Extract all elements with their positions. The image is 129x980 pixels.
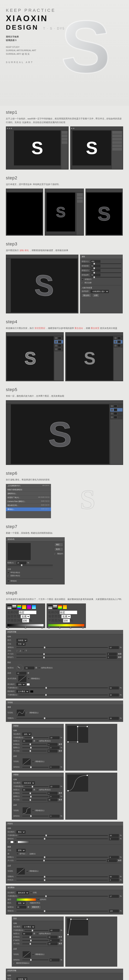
size-input[interactable] xyxy=(107,653,117,655)
hlmode-select[interactable]: 滤色 xyxy=(16,683,25,686)
brush-density-input[interactable] xyxy=(91,265,100,267)
reset-align-button[interactable]: 重置对齐 xyxy=(30,905,41,909)
blend-select[interactable]: 叠加 xyxy=(16,830,25,834)
brush-density-slider[interactable] xyxy=(81,268,121,269)
color-radio[interactable] xyxy=(8,841,9,843)
name-input[interactable] xyxy=(19,611,37,614)
menu-item[interactable]: 镜头校正(R)...Shift+Ctrl+R xyxy=(6,504,51,508)
angle-input[interactable] xyxy=(22,789,32,791)
size-input[interactable] xyxy=(48,750,57,752)
choke-slider[interactable] xyxy=(22,747,48,748)
brush-rate-slider[interactable] xyxy=(81,277,121,278)
hlop-input[interactable] xyxy=(109,687,119,689)
brush-size-input[interactable] xyxy=(91,260,100,263)
global-checkbox[interactable] xyxy=(36,740,38,742)
brush-pressure-slider[interactable] xyxy=(81,272,121,273)
aa-checkbox[interactable] xyxy=(26,712,28,714)
smooth-input[interactable] xyxy=(63,619,70,622)
smode-select[interactable]: 正片叠底 xyxy=(16,690,29,693)
style-select[interactable]: 内斜面 xyxy=(16,639,27,642)
dir-up-radio[interactable] xyxy=(16,650,18,652)
global-checkbox[interactable] xyxy=(36,933,38,935)
op-input[interactable] xyxy=(49,785,59,788)
contour-picker[interactable] xyxy=(16,710,25,716)
brush-size-slider[interactable] xyxy=(81,263,121,264)
scale-slider[interactable] xyxy=(16,911,108,912)
grad-swatch[interactable] xyxy=(53,605,57,609)
global-checkbox[interactable] xyxy=(36,789,38,791)
grad-radio[interactable] xyxy=(15,841,16,843)
src-center-radio[interactable] xyxy=(16,853,18,855)
global-light-checkbox[interactable] xyxy=(38,667,40,669)
reset-button[interactable]: 复位(R) xyxy=(81,294,91,298)
depth-input[interactable] xyxy=(109,646,119,649)
noise-input[interactable] xyxy=(49,959,59,961)
src-edge-radio[interactable] xyxy=(27,853,28,855)
curve-editor[interactable] xyxy=(67,774,88,792)
dist-slider[interactable] xyxy=(22,744,46,745)
grad-swatch[interactable] xyxy=(58,605,62,609)
menu-item[interactable]: Camera Raw 滤镜(C)...Shift+Ctrl+A xyxy=(6,500,51,504)
angle-input[interactable] xyxy=(22,740,32,743)
op-slider[interactable] xyxy=(25,930,48,931)
aa-checkbox[interactable] xyxy=(32,810,34,811)
size-input[interactable] xyxy=(107,859,117,862)
altitude-input[interactable] xyxy=(16,672,26,675)
blend-select[interactable]: 正片叠底 xyxy=(22,925,35,929)
noise-slider[interactable] xyxy=(16,838,108,839)
dir-down-radio[interactable] xyxy=(22,650,24,652)
glow-color-swatch[interactable] xyxy=(10,841,14,843)
spread-input[interactable] xyxy=(49,939,59,942)
size-input[interactable] xyxy=(48,942,57,945)
face-select[interactable]: <未检测到人脸> xyxy=(91,290,109,293)
menu-item[interactable]: 上次滤镜操作(F)Alt+Ctrl+F xyxy=(6,484,51,488)
blend-select[interactable]: 颜色加深 xyxy=(16,891,29,894)
amount-input[interactable] xyxy=(16,562,26,564)
soften-input[interactable] xyxy=(107,656,117,659)
sop-slider[interactable] xyxy=(19,695,108,695)
op-input[interactable] xyxy=(109,895,119,898)
cancel-button[interactable]: 取消 xyxy=(54,547,63,551)
range-slider[interactable] xyxy=(16,877,108,877)
angle-input[interactable] xyxy=(16,906,26,908)
gloss-contour[interactable] xyxy=(18,675,27,682)
smooth-input[interactable] xyxy=(22,619,29,622)
dist-slider[interactable] xyxy=(22,937,46,937)
choke-input[interactable] xyxy=(49,746,59,749)
menu-item-liquify[interactable]: 液化(L)...Shift+Ctrl+X xyxy=(6,508,51,511)
spread-slider[interactable] xyxy=(22,940,48,941)
brush-pressure-input[interactable] xyxy=(91,269,100,272)
op-input[interactable] xyxy=(49,737,59,739)
angle-input[interactable] xyxy=(22,932,32,935)
dist-input[interactable] xyxy=(48,936,57,939)
op-slider[interactable] xyxy=(25,786,48,787)
op-slider[interactable] xyxy=(19,835,108,836)
angle-input[interactable] xyxy=(24,667,34,669)
hl-color-swatch[interactable] xyxy=(27,683,30,686)
menu-item[interactable]: 转换为智能滤镜(S) xyxy=(6,488,51,492)
preview-checkbox[interactable] xyxy=(54,553,56,555)
size-slider[interactable] xyxy=(22,800,46,800)
grad-swatch[interactable] xyxy=(7,605,11,609)
size-slider[interactable] xyxy=(22,751,46,751)
tech-select[interactable]: 平滑 xyxy=(16,643,25,646)
range-slider[interactable] xyxy=(16,718,108,719)
grad-swatch[interactable] xyxy=(27,605,31,609)
depth-slider[interactable] xyxy=(16,647,108,648)
dist-input[interactable] xyxy=(48,743,57,746)
brush-rate-input[interactable] xyxy=(91,274,100,276)
grad-swatch[interactable] xyxy=(16,898,36,901)
noise-input[interactable] xyxy=(49,815,59,818)
noise-slider[interactable] xyxy=(22,816,48,816)
op-slider[interactable] xyxy=(19,896,108,897)
op-input[interactable] xyxy=(49,929,59,932)
size-slider[interactable] xyxy=(22,943,46,944)
range-input[interactable] xyxy=(109,875,119,878)
shadow-color-swatch[interactable] xyxy=(30,690,33,693)
noise-input[interactable] xyxy=(49,766,59,768)
size-slider[interactable] xyxy=(16,860,106,861)
choke-slider[interactable] xyxy=(22,796,48,797)
style-select[interactable]: 线性 xyxy=(16,902,25,905)
mono-checkbox[interactable] xyxy=(8,580,9,582)
contour-picker[interactable] xyxy=(16,868,25,875)
